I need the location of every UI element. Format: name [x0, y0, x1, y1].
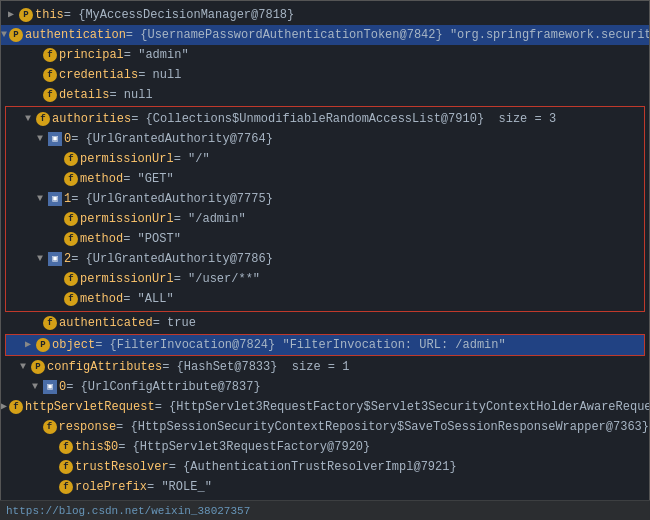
debug-tree-container[interactable]: P this = {MyAccessDecisionManager@7818} …: [0, 0, 650, 520]
tree-row-config-0[interactable]: ▣ 0 = {UrlConfigAttribute@7837}: [1, 377, 649, 397]
icon-box-auth-0: ▣: [48, 132, 62, 146]
row-content-principal: principal = "admin": [59, 46, 189, 64]
tree-row-this0[interactable]: f this$0 = {HttpServlet3RequestFactory@7…: [1, 437, 649, 457]
arrow-auth-1[interactable]: [34, 190, 46, 208]
var-name-configattributes: configAttributes: [47, 358, 162, 376]
tree-row-details[interactable]: f details = null: [1, 85, 649, 105]
tree-row-response[interactable]: f response = {HttpSessionSecurityContext…: [1, 417, 649, 437]
var-value-auth-0-method: = "GET": [123, 170, 173, 188]
tree-row-configattributes[interactable]: P configAttributes = {HashSet@7833} size…: [1, 357, 649, 377]
row-content-object: object = {FilterInvocation@7824} "Filter…: [52, 336, 506, 354]
var-value-auth-0-perm: = "/": [174, 150, 210, 168]
arrow-authorities[interactable]: [22, 110, 34, 128]
tree-row-http-servlet-request[interactable]: f httpServletRequest = {HttpServlet3Requ…: [1, 397, 649, 417]
var-value-configattributes: = {HashSet@7833} size = 1: [162, 358, 349, 376]
var-name-object: object: [52, 336, 95, 354]
tree-row-role-prefix[interactable]: f rolePrefix = "ROLE_": [1, 477, 649, 497]
var-value-http-servlet-request: = {HttpServlet3RequestFactory$Servlet3Se…: [155, 398, 650, 416]
icon-f-principal: f: [43, 48, 57, 62]
icon-f-this0: f: [59, 440, 73, 454]
row-content-authorities: authorities = {Collections$UnmodifiableR…: [52, 110, 556, 128]
var-value-trust-resolver: = {AuthenticationTrustResolverImpl@7921}: [169, 458, 457, 476]
tree-row-auth-0-method[interactable]: f method = "GET": [6, 169, 644, 189]
var-name-auth-1: 1: [64, 190, 71, 208]
var-value-authorities: = {Collections$UnmodifiableRandomAccessL…: [131, 110, 556, 128]
icon-p-authentication: P: [9, 28, 23, 42]
icon-f-auth-2-method: f: [64, 292, 78, 306]
var-name-trust-resolver: trustResolver: [75, 458, 169, 476]
arrow-object[interactable]: [22, 336, 34, 354]
icon-f-auth-0-perm: f: [64, 152, 78, 166]
tree-row-authorities[interactable]: f authorities = {Collections$Unmodifiabl…: [6, 109, 644, 129]
row-content-auth-2: 2 = {UrlGrantedAuthority@7786}: [64, 250, 273, 268]
var-name-config-0: 0: [59, 378, 66, 396]
tree-row-principal[interactable]: f principal = "admin": [1, 45, 649, 65]
icon-f-authorities: f: [36, 112, 50, 126]
arrow-configattributes[interactable]: [17, 358, 29, 376]
var-name-role-prefix: rolePrefix: [75, 478, 147, 496]
var-value-this0: = {HttpServlet3RequestFactory@7920}: [118, 438, 370, 456]
icon-f-auth-1-perm: f: [64, 212, 78, 226]
arrow-auth-0[interactable]: [34, 130, 46, 148]
row-content-auth-1-perm: permissionUrl = "/admin": [80, 210, 246, 228]
tree-row-auth-2-perm[interactable]: f permissionUrl = "/user/**": [6, 269, 644, 289]
var-name-authentication: authentication: [25, 26, 126, 44]
tree-row-trust-resolver[interactable]: f trustResolver = {AuthenticationTrustRe…: [1, 457, 649, 477]
icon-p-this: P: [19, 8, 33, 22]
tree-row-auth-1-perm[interactable]: f permissionUrl = "/admin": [6, 209, 644, 229]
row-content-role-prefix: rolePrefix = "ROLE_": [75, 478, 212, 496]
row-content-auth-2-perm: permissionUrl = "/user/**": [80, 270, 260, 288]
arrow-authentication[interactable]: [1, 26, 7, 44]
icon-f-trust-resolver: f: [59, 460, 73, 474]
icon-box-config-0: ▣: [43, 380, 57, 394]
arrow-config-0[interactable]: [29, 378, 41, 396]
tree-row-authenticated[interactable]: f authenticated = true: [1, 313, 649, 333]
var-value-principal: = "admin": [124, 46, 189, 64]
arrow-this[interactable]: [5, 6, 17, 24]
row-content-response: response = {HttpSessionSecurityContextRe…: [59, 418, 650, 436]
var-name-http-servlet-request: httpServletRequest: [25, 398, 155, 416]
red-border-object-row: P object = {FilterInvocation@7824} "Filt…: [5, 334, 645, 356]
tree-row-credentials[interactable]: f credentials = null: [1, 65, 649, 85]
icon-box-auth-1: ▣: [48, 192, 62, 206]
var-value-auth-2-perm: = "/user/**": [174, 270, 260, 288]
tree-row-object[interactable]: P object = {FilterInvocation@7824} "Filt…: [6, 335, 644, 355]
icon-p-object: P: [36, 338, 50, 352]
tree-row-auth-1[interactable]: ▣ 1 = {UrlGrantedAuthority@7775}: [6, 189, 644, 209]
row-content-configattributes: configAttributes = {HashSet@7833} size =…: [47, 358, 349, 376]
icon-f-details: f: [43, 88, 57, 102]
var-name-auth-0: 0: [64, 130, 71, 148]
row-content-auth-0-perm: permissionUrl = "/": [80, 150, 210, 168]
var-name-auth-2: 2: [64, 250, 71, 268]
row-content-authenticated: authenticated = true: [59, 314, 196, 332]
row-content-this0: this$0 = {HttpServlet3RequestFactory@792…: [75, 438, 370, 456]
var-name-auth-0-perm: permissionUrl: [80, 150, 174, 168]
tree-row-authentication[interactable]: P authentication = {UsernamePasswordAuth…: [1, 25, 649, 45]
var-name-auth-1-method: method: [80, 230, 123, 248]
var-name-authenticated: authenticated: [59, 314, 153, 332]
icon-f-http-servlet-request: f: [9, 400, 23, 414]
tree-row-this[interactable]: P this = {MyAccessDecisionManager@7818}: [1, 5, 649, 25]
tree-row-auth-0[interactable]: ▣ 0 = {UrlGrantedAuthority@7764}: [6, 129, 644, 149]
var-name-this: this: [35, 6, 64, 24]
row-content-config-0: 0 = {UrlConfigAttribute@7837}: [59, 378, 261, 396]
icon-p-configattributes: P: [31, 360, 45, 374]
row-content-auth-1-method: method = "POST": [80, 230, 181, 248]
row-content-this: this = {MyAccessDecisionManager@7818}: [35, 6, 294, 24]
var-value-auth-1-perm: = "/admin": [174, 210, 246, 228]
var-name-principal: principal: [59, 46, 124, 64]
tree-row-auth-2[interactable]: ▣ 2 = {UrlGrantedAuthority@7786}: [6, 249, 644, 269]
var-name-auth-1-perm: permissionUrl: [80, 210, 174, 228]
row-content-trust-resolver: trustResolver = {AuthenticationTrustReso…: [75, 458, 457, 476]
tree-row-auth-1-method[interactable]: f method = "POST": [6, 229, 644, 249]
tree-row-auth-0-perm[interactable]: f permissionUrl = "/": [6, 149, 644, 169]
tree-row-auth-2-method[interactable]: f method = "ALL": [6, 289, 644, 309]
arrow-http-servlet-request[interactable]: [1, 398, 7, 416]
icon-box-auth-2: ▣: [48, 252, 62, 266]
var-name-credentials: credentials: [59, 66, 138, 84]
var-value-credentials: = null: [138, 66, 181, 84]
row-content-auth-0-method: method = "GET": [80, 170, 174, 188]
arrow-auth-2[interactable]: [34, 250, 46, 268]
var-name-auth-2-perm: permissionUrl: [80, 270, 174, 288]
var-name-response: response: [59, 418, 117, 436]
